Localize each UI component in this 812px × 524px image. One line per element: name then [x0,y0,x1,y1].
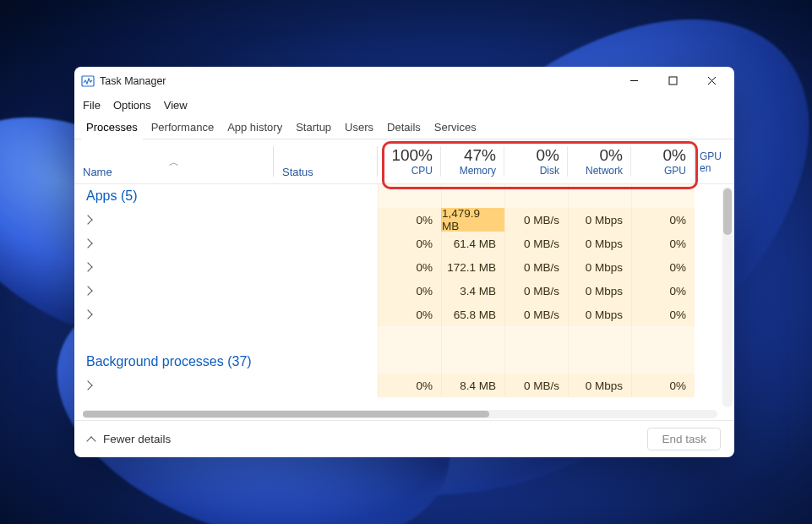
metric-cell: 0% [378,232,441,255]
maximize-button[interactable] [653,67,692,95]
metric-cell: 0 MB/s [504,279,568,303]
metric-cell: 0 Mbps [568,279,631,303]
horizontal-scroll-thumb[interactable] [83,411,489,418]
process-row[interactable]: 0% 61.4 MB 0 MB/s 0 Mbps 0% [74,232,734,255]
chevron-up-icon [86,436,95,445]
minimize-button[interactable] [614,67,653,95]
status-cell [274,255,378,279]
close-button[interactable] [692,67,731,95]
metric-cell [441,350,504,374]
column-status-label: Status [282,166,369,183]
metric-cell [441,326,504,350]
chevron-right-icon [83,262,92,271]
metric-cell: 0% [631,279,695,303]
gpu-usage-value: 0% [663,147,686,163]
metric-cell: 0 Mbps [568,303,631,326]
menu-view[interactable]: View [164,99,188,112]
metric-cell: 8.4 MB [441,374,504,397]
process-name [74,374,274,397]
vertical-scrollbar[interactable] [722,187,733,407]
metric-cell [568,184,631,208]
column-disk[interactable]: 0% Disk [504,139,568,183]
tab-performance[interactable]: Performance [144,117,221,139]
title-bar[interactable]: Task Manager [74,67,734,95]
column-gpu-engine[interactable]: GPU en [695,139,733,183]
metric-cell: 3.4 MB [441,279,504,303]
group-title: Background processes (37) [74,350,274,374]
metric-cell: 0% [631,208,695,232]
metric-cell: 0 MB/s [504,208,568,232]
metric-cell: 0 Mbps [568,374,631,397]
metric-cell: 172.1 MB [441,255,504,279]
chevron-right-icon [83,286,92,295]
status-cell [274,184,378,208]
menu-file[interactable]: File [83,99,101,112]
column-name[interactable]: ︿ Name [74,139,274,183]
process-name [74,255,274,279]
process-name [74,303,274,326]
tab-app-history[interactable]: App history [221,117,289,139]
end-task-button[interactable]: End task [647,428,721,450]
metric-cell: 1,479.9 MB [441,208,504,232]
metric-cell: 65.8 MB [441,303,504,326]
disk-usage-value: 0% [537,147,559,163]
process-list-viewport: Apps (5) 0% 1,479.9 MB 0 MB/s 0 Mbps 0% … [74,184,734,420]
process-group-header[interactable]: Background processes (37) [74,350,734,374]
process-row[interactable]: 0% 1,479.9 MB 0 MB/s 0 Mbps 0% [74,208,734,232]
fewer-details-link[interactable]: Fewer details [103,433,171,445]
column-memory[interactable]: 47% Memory [441,139,504,183]
process-row[interactable]: 0% 172.1 MB 0 MB/s 0 Mbps 0% [74,255,734,279]
process-row[interactable]: 0% 65.8 MB 0 MB/s 0 Mbps 0% [74,303,734,326]
svg-rect-2 [669,77,677,85]
column-header-row: ︿ Name Status 100% CPU 47% Memory 0% Dis… [74,139,734,184]
process-group-header[interactable]: Apps (5) [74,184,734,208]
menu-options[interactable]: Options [113,99,151,112]
metric-cell: 61.4 MB [441,232,504,255]
column-gpu[interactable]: 0% GPU [631,139,695,183]
gpu-engine-label: GPU en [700,150,724,174]
column-name-label: Name [83,166,265,183]
metric-cell: 0% [631,374,695,397]
metric-cell: 0 MB/s [504,374,568,397]
cpu-usage-value: 100% [391,147,433,163]
chevron-right-icon [83,238,92,248]
metric-cell: 0 Mbps [568,208,631,232]
resource-stat-headers: 100% CPU 47% Memory 0% Disk 0% Network 0… [378,139,734,183]
metric-cell: 0 Mbps [568,255,631,279]
cpu-label: CPU [411,165,433,177]
menu-bar: File Options View [74,95,734,116]
status-cell [274,279,378,303]
tab-startup[interactable]: Startup [289,117,338,139]
tab-details[interactable]: Details [380,117,428,139]
status-cell [274,208,378,232]
metric-cell: 0% [631,255,695,279]
network-label: Network [586,165,623,177]
metric-cell [631,184,695,208]
horizontal-scrollbar[interactable] [83,410,717,418]
column-cpu[interactable]: 100% CPU [378,139,441,183]
tab-bar: Processes Performance App history Startu… [74,116,734,139]
chevron-right-icon [83,215,92,224]
metric-cell: 0% [378,303,441,326]
metric-cell: 0% [378,208,441,232]
metric-cell [378,350,441,374]
status-cell [274,303,378,326]
task-manager-window: Task Manager File Options View Processes… [74,67,734,457]
process-name [74,208,274,232]
process-row[interactable]: 0% 3.4 MB 0 MB/s 0 Mbps 0% [74,279,734,303]
tab-services[interactable]: Services [428,117,483,139]
column-status[interactable]: Status [274,139,378,183]
column-network[interactable]: 0% Network [568,139,631,183]
metric-cell [504,184,568,208]
metric-cell [568,326,631,350]
tab-users[interactable]: Users [338,117,380,139]
process-row[interactable]: 0% 8.4 MB 0 MB/s 0 Mbps 0% [74,374,734,397]
metric-cell [504,326,568,350]
metric-cell [504,350,568,374]
spacer-row [74,326,734,350]
memory-usage-value: 47% [464,147,496,163]
tab-processes[interactable]: Processes [79,117,144,139]
vertical-scroll-thumb[interactable] [723,188,732,235]
content-area: ︿ Name Status 100% CPU 47% Memory 0% Dis… [74,139,734,420]
task-manager-icon [81,74,95,88]
